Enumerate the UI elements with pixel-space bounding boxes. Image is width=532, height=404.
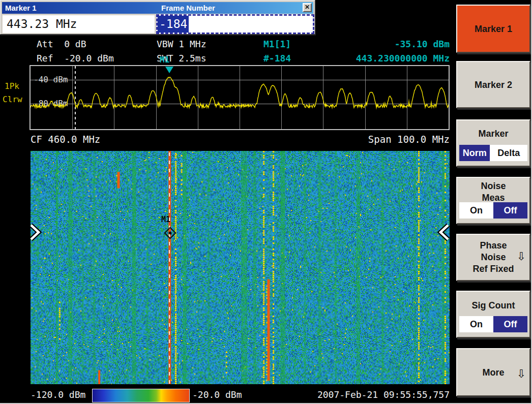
- detector-label: 1Pk: [5, 81, 19, 91]
- dialog-titlebar[interactable]: Marker 1 Frame Number ✕: [2, 2, 313, 14]
- marker-level-readout: -35.10 dBm: [331, 39, 450, 49]
- marker-frame-readout: #-184: [263, 53, 291, 64]
- dialog-title: Marker 1: [5, 4, 37, 12]
- marker-right-arrow-icon[interactable]: [437, 224, 451, 241]
- sig-count-toggle: On Off: [459, 316, 527, 332]
- colorbar-min-label: -120.0 dBm: [31, 389, 85, 400]
- softkey-label: Sig Count: [457, 300, 529, 312]
- norm-delta-toggle: Norm Delta: [459, 145, 527, 161]
- down-arrow-icon: ⇩: [517, 367, 526, 380]
- colorbar: [92, 389, 190, 402]
- span-label: Span 100.0 MHz: [305, 134, 450, 145]
- marker-dialog: Marker 1 Frame Number ✕ 443.23 MHz -184: [0, 0, 315, 35]
- softkey-more[interactable]: More ⇩: [456, 348, 530, 396]
- spectrogram-canvas[interactable]: [31, 151, 450, 384]
- softkey-noise-meas[interactable]: Noise Meas On Off: [456, 177, 530, 224]
- softkey-phase-noise-ref-fixed[interactable]: Phase Noise Ref Fixed ⇩: [456, 234, 530, 281]
- softkey-label: Marker 1: [457, 23, 529, 35]
- toggle-option-off[interactable]: Off: [493, 316, 527, 332]
- toggle-option-delta[interactable]: Delta: [490, 145, 527, 161]
- frame-number-title: Frame Number: [161, 4, 215, 12]
- marker-triangle-icon[interactable]: [165, 67, 173, 73]
- softkey-label: Ref Fixed: [457, 263, 529, 275]
- marker-id-readout: M1[1]: [263, 39, 291, 49]
- toggle-option-on[interactable]: On: [459, 316, 493, 332]
- close-icon[interactable]: ✕: [303, 3, 312, 12]
- noise-meas-toggle: On Off: [459, 202, 527, 219]
- toggle-option-on[interactable]: On: [459, 202, 493, 219]
- spectrogram-marker-label: M1: [161, 215, 170, 224]
- marker-freq-readout: 443.230000000 MHz: [331, 53, 450, 64]
- softkey-marker-1[interactable]: Marker 1: [456, 5, 530, 53]
- softkey-marker-2[interactable]: Marker 2: [456, 61, 530, 108]
- softkey-label: Marker 2: [457, 79, 529, 90]
- toggle-option-off[interactable]: Off: [493, 202, 527, 219]
- trace-mode-label: Clrw: [3, 95, 22, 104]
- toggle-option-norm[interactable]: Norm: [459, 145, 490, 161]
- softkey-sig-count[interactable]: Sig Count On Off: [456, 291, 530, 338]
- softkey-marker-norm-delta[interactable]: Marker Norm Delta: [456, 119, 530, 167]
- softkey-label: Noise: [457, 180, 529, 192]
- frame-number-selected-value: -184: [158, 16, 189, 33]
- marker-left-arrow-icon[interactable]: [28, 224, 42, 241]
- down-arrow-icon: ⇩: [517, 250, 526, 263]
- trace-marker-label: M1: [160, 55, 169, 65]
- spectrum-display: -40 dBm -80 dBm: [29, 65, 450, 130]
- timestamp: 2007-Feb-21 09:55:55,757: [285, 389, 450, 400]
- marker-frequency-input[interactable]: 443.23 MHz: [3, 15, 155, 33]
- softkey-label: Marker: [457, 128, 529, 140]
- analyzer-screen: Att 0 dB Ref -20.0 dBm VBW 1 MHz SWT 2.5…: [0, 0, 532, 404]
- colorbar-max-label: -20.0 dBm: [192, 389, 242, 400]
- frame-number-input[interactable]: -184: [156, 14, 314, 34]
- vbw-readout: VBW 1 MHz: [157, 39, 206, 49]
- ref-readout: Ref -20.0 dBm: [37, 53, 114, 64]
- center-frequency-label: CF 460.0 MHz: [31, 134, 100, 145]
- spectrum-trace-canvas[interactable]: [31, 66, 449, 129]
- att-readout: Att 0 dB: [37, 39, 86, 49]
